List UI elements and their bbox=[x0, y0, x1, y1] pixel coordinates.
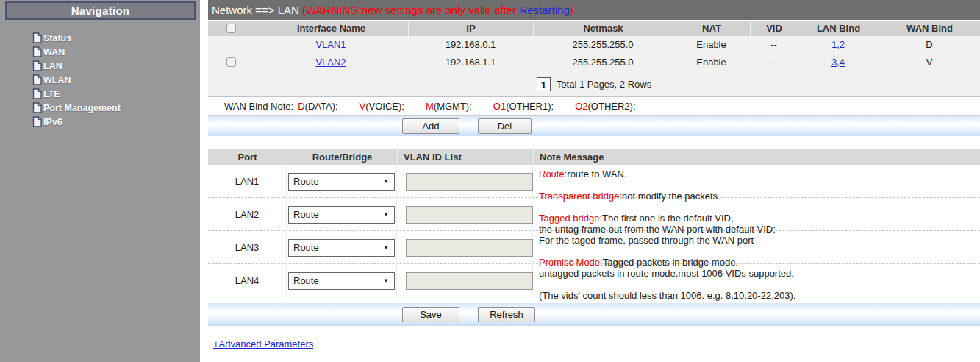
page-icon bbox=[32, 88, 42, 99]
col-note-message: Note Message bbox=[533, 149, 980, 165]
note-vid-count: (The vids' count should less than 1006. … bbox=[539, 290, 976, 301]
select-all-cell bbox=[208, 21, 254, 36]
chevron-down-icon: ▼ bbox=[383, 244, 389, 251]
row-checkbox-cell bbox=[208, 54, 254, 71]
vlan1-ip: 192.168.0.1 bbox=[408, 36, 533, 54]
wan-bind-note-entry: M(MGMT); bbox=[426, 101, 472, 112]
lan3-label: LAN3 bbox=[208, 231, 287, 264]
page-title: Network ==> LAN bbox=[212, 4, 302, 16]
vlan2-netmask: 255.255.255.0 bbox=[533, 54, 673, 71]
lan1-vlan-id-input[interactable] bbox=[406, 173, 533, 191]
note-route: Route:route to WAN. bbox=[539, 168, 976, 180]
page-icon bbox=[32, 60, 42, 71]
chevron-down-icon: ▼ bbox=[383, 178, 389, 185]
del-button[interactable]: Del bbox=[478, 118, 532, 134]
note-transparent-bridge: Transparent bridge:not modify the packet… bbox=[539, 191, 976, 202]
vlan1-nat: Enable bbox=[673, 36, 750, 54]
table-row-vlan1: VLAN1 192.168.0.1 255.255.255.0 Enable -… bbox=[208, 36, 980, 54]
page-icon bbox=[32, 116, 42, 127]
lan1-mode-select[interactable]: Route▼ bbox=[288, 173, 395, 191]
wan-bind-note-entry: V(VOICE); bbox=[360, 101, 404, 112]
sidebar-item-ipv6[interactable]: IPv6 bbox=[32, 115, 200, 129]
save-button[interactable]: Save bbox=[402, 307, 459, 322]
sidebar-item-label: Status bbox=[43, 33, 71, 43]
page-icon bbox=[32, 74, 42, 85]
pagination-summary: Total 1 Pages, 2 Rows bbox=[557, 79, 651, 90]
vlan2-link[interactable]: VLAN2 bbox=[315, 57, 346, 68]
lan4-mode-select[interactable]: Route▼ bbox=[288, 272, 395, 290]
lan4-label: LAN4 bbox=[208, 264, 287, 297]
port-table-body: LAN1 Route▼ LAN2 Route▼ bbox=[208, 165, 980, 297]
lan3-mode-select[interactable]: Route▼ bbox=[288, 239, 395, 257]
row-checkbox-cell bbox=[208, 36, 254, 54]
warning-text-close: ) bbox=[570, 4, 573, 16]
vlan-table-header: Interface Name IP Netmask NAT VID LAN Bi… bbox=[208, 21, 980, 36]
vlan2-lan-bind-link[interactable]: 3,4 bbox=[831, 57, 845, 68]
sidebar-item-lte[interactable]: LTE bbox=[32, 87, 200, 101]
col-vlan-id-list: VLAN ID List bbox=[397, 149, 533, 165]
spacer bbox=[208, 136, 980, 149]
sidebar-item-status[interactable]: Status bbox=[32, 31, 200, 45]
vlan1-lan-bind-link[interactable]: 1,2 bbox=[831, 39, 845, 50]
page-title-bar: Network ==> LAN (WARNING:new settings ar… bbox=[208, 0, 980, 21]
vlan-table: Interface Name IP Netmask NAT VID LAN Bi… bbox=[208, 21, 980, 97]
col-interface-name: Interface Name bbox=[254, 21, 408, 36]
sidebar-item-label: LTE bbox=[43, 89, 60, 99]
page-number-button[interactable]: 1 bbox=[537, 77, 551, 91]
sidebar-item-label: IPv6 bbox=[43, 117, 62, 127]
vlan1-link[interactable]: VLAN1 bbox=[315, 39, 346, 50]
port-table-header: Port Route/Bridge VLAN ID List Note Mess… bbox=[208, 149, 980, 165]
page-icon bbox=[32, 102, 42, 113]
wan-bind-note-label: WAN Bind Note: bbox=[224, 101, 293, 112]
pagination: 1 Total 1 Pages, 2 Rows bbox=[208, 71, 980, 96]
col-ip: IP bbox=[408, 21, 533, 36]
navigation-title: Navigation bbox=[5, 1, 196, 20]
sidebar-item-label: WLAN bbox=[43, 75, 71, 85]
lan2-mode-select[interactable]: Route▼ bbox=[288, 206, 395, 224]
restarting-link[interactable]: Restarting bbox=[519, 4, 569, 16]
sidebar-item-label: WAN bbox=[43, 47, 65, 57]
sidebar-item-lan[interactable]: LAN bbox=[32, 59, 200, 73]
wan-bind-note-entry: D(DATA); bbox=[298, 101, 337, 112]
sidebar-item-wan[interactable]: WAN bbox=[32, 45, 200, 59]
select-all-checkbox[interactable] bbox=[226, 24, 236, 33]
col-wan-bind: WAN Bind bbox=[879, 21, 980, 36]
navigation-sidebar: Navigation Status WAN LAN WLAN LTE bbox=[0, 0, 200, 362]
col-port: Port bbox=[208, 149, 287, 165]
chevron-down-icon: ▼ bbox=[383, 277, 389, 284]
sidebar-item-port-management[interactable]: Port Management bbox=[32, 101, 200, 115]
lan1-label: LAN1 bbox=[208, 165, 287, 198]
lan4-vlan-id-input[interactable] bbox=[406, 272, 533, 290]
wan-bind-note-entry: O2(OTHER2); bbox=[575, 101, 635, 112]
col-route-bridge: Route/Bridge bbox=[287, 149, 397, 165]
sidebar-item-label: LAN bbox=[43, 61, 62, 71]
col-nat: NAT bbox=[673, 21, 750, 36]
footer: +Advanced Parameters bbox=[208, 326, 980, 349]
sidebar-item-label: Port Management bbox=[43, 103, 121, 113]
note-promisc-mode: Promisc Mode:Tagged packets in bridge mo… bbox=[539, 257, 976, 279]
add-button[interactable]: Add bbox=[402, 118, 459, 134]
router-admin-page: Navigation Status WAN LAN WLAN LTE bbox=[0, 0, 980, 362]
vlan1-wan-bind: D bbox=[879, 36, 980, 54]
col-netmask: Netmask bbox=[533, 21, 673, 36]
navigation-list: Status WAN LAN WLAN LTE Port Management bbox=[0, 31, 200, 129]
vlan2-wan-bind: V bbox=[879, 54, 980, 71]
vlan2-row-checkbox[interactable] bbox=[226, 57, 236, 67]
advanced-parameters-link[interactable]: +Advanced Parameters bbox=[213, 338, 313, 349]
sidebar-item-wlan[interactable]: WLAN bbox=[32, 73, 200, 87]
lan2-vlan-id-input[interactable] bbox=[406, 206, 533, 224]
port-table: Port Route/Bridge VLAN ID List Note Mess… bbox=[208, 149, 980, 297]
warning-text: (WARNING:new settings are only valid aft… bbox=[302, 4, 519, 16]
chevron-down-icon: ▼ bbox=[383, 211, 389, 218]
page-icon bbox=[32, 46, 42, 57]
add-del-band: Add Del bbox=[208, 116, 980, 136]
page-icon bbox=[32, 32, 42, 43]
vlan1-vid: -- bbox=[750, 36, 798, 54]
refresh-button[interactable]: Refresh bbox=[478, 307, 535, 322]
table-row-vlan2: VLAN2 192.168.1.1 255.255.255.0 Enable -… bbox=[208, 54, 980, 71]
lan3-vlan-id-input[interactable] bbox=[406, 239, 533, 257]
col-lan-bind: LAN Bind bbox=[798, 21, 879, 36]
col-vid: VID bbox=[750, 21, 798, 36]
wan-bind-note: WAN Bind Note:D(DATA);V(VOICE);M(MGMT);O… bbox=[208, 97, 980, 116]
vlan1-netmask: 255.255.255.0 bbox=[533, 36, 673, 54]
